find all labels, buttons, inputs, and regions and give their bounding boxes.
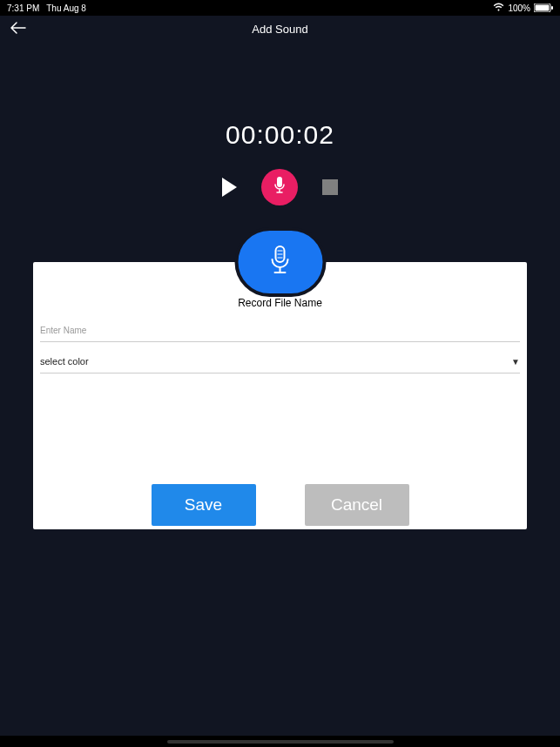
svg-rect-2 bbox=[551, 6, 553, 10]
svg-rect-1 bbox=[536, 5, 550, 11]
record-button[interactable] bbox=[261, 169, 298, 205]
modal-buttons: Save Cancel bbox=[33, 484, 527, 526]
recording-timer: 00:00:02 bbox=[0, 120, 560, 150]
cancel-button[interactable]: Cancel bbox=[305, 484, 409, 526]
microphone-icon bbox=[267, 245, 293, 279]
status-time: 7:31 PM bbox=[7, 3, 39, 13]
app-frame: Add Sound 00:00:02 bbox=[0, 16, 560, 736]
save-button[interactable]: Save bbox=[152, 484, 256, 526]
chevron-down-icon: ▼ bbox=[511, 357, 520, 367]
battery-percentage: 100% bbox=[508, 3, 530, 13]
status-date: Thu Aug 8 bbox=[46, 3, 86, 13]
play-button[interactable] bbox=[222, 178, 237, 197]
modal-title: Record File Name bbox=[33, 297, 527, 309]
page-title: Add Sound bbox=[252, 23, 307, 36]
name-input-placeholder: Enter Name bbox=[40, 326, 86, 335]
wifi-icon bbox=[493, 3, 504, 13]
color-select-label: select color bbox=[40, 356, 89, 367]
battery-icon bbox=[534, 3, 553, 12]
save-modal: Record File Name Enter Name select color… bbox=[33, 262, 527, 529]
stop-button[interactable] bbox=[322, 179, 338, 195]
playback-controls bbox=[0, 169, 560, 205]
status-bar: 7:31 PM Thu Aug 8 100% bbox=[0, 0, 560, 16]
home-indicator[interactable] bbox=[167, 740, 394, 744]
microphone-icon bbox=[272, 176, 287, 199]
name-input[interactable]: Enter Name bbox=[40, 321, 520, 342]
back-button[interactable] bbox=[10, 20, 26, 38]
header: Add Sound bbox=[0, 16, 560, 42]
record-mode-button[interactable] bbox=[234, 227, 326, 297]
color-select[interactable]: select color ▼ bbox=[40, 356, 520, 374]
